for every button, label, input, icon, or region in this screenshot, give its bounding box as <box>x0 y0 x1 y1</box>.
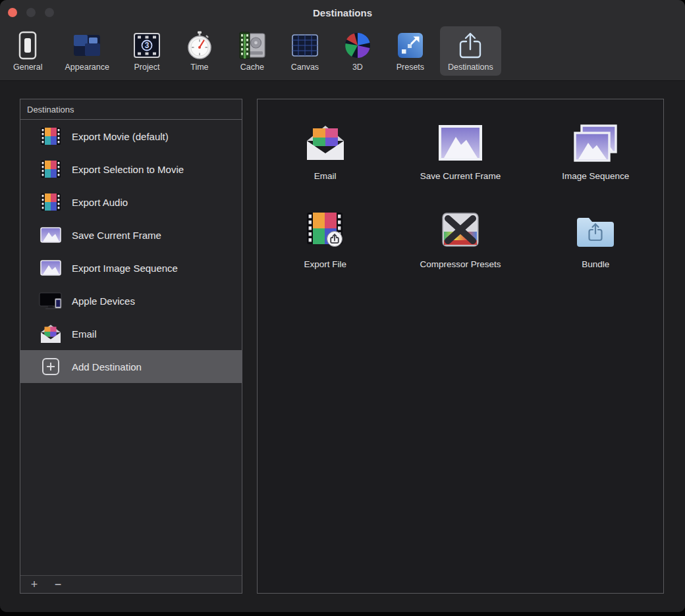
destination-types-panel: Email Save Current Frame <box>257 99 664 594</box>
svg-text:3: 3 <box>145 41 150 50</box>
toolbar-item-presets[interactable]: Presets <box>387 26 433 76</box>
folder-share-icon <box>573 197 618 251</box>
photo-frame-icon <box>438 109 483 163</box>
window-title: Destinations <box>0 0 685 26</box>
envelope-icon <box>39 322 63 346</box>
film-share-icon <box>303 197 348 251</box>
photo-stack-icon <box>573 109 618 163</box>
sidebar-footer: + − <box>20 575 242 593</box>
destination-types-grid: Email Save Current Frame <box>258 99 663 285</box>
sidebar-item-label: Apple Devices <box>72 295 135 307</box>
sidebar-item-export-selection[interactable]: Export Selection to Movie <box>20 153 242 186</box>
add-destination-button[interactable]: + <box>28 578 40 591</box>
sidebar-header: Destinations <box>20 99 242 120</box>
sidebar-item-label: Add Destination <box>72 361 142 372</box>
toolbar-item-label: General <box>13 63 42 72</box>
sidebar-item-export-audio[interactable]: Export Audio <box>20 186 242 218</box>
toolbar-item-label: Cache <box>240 63 264 72</box>
email-icon <box>303 109 348 163</box>
destination-type-email[interactable]: Email <box>258 109 393 197</box>
toolbar-item-destinations[interactable]: Destinations <box>440 26 501 76</box>
destination-type-export-file[interactable]: Export File <box>258 197 393 285</box>
preferences-toolbar: General Appearance <box>0 25 685 81</box>
general-icon <box>16 30 39 61</box>
window-controls <box>8 8 54 17</box>
appearance-icon <box>72 30 102 61</box>
content-area: Destinations Export Movie (default) <box>0 82 685 612</box>
compressor-icon <box>438 197 483 251</box>
minimize-button <box>26 8 36 17</box>
photo-icon <box>39 256 63 280</box>
toolbar-item-appearance[interactable]: Appearance <box>57 26 117 76</box>
cache-icon <box>237 30 267 61</box>
film-icon <box>39 124 63 148</box>
add-box-icon <box>39 355 63 378</box>
monitor-icon <box>39 289 63 313</box>
film-icon <box>39 157 63 181</box>
sidebar-item-apple-devices[interactable]: Apple Devices <box>20 284 242 317</box>
destination-type-label: Image Sequence <box>562 171 629 181</box>
time-icon <box>184 30 215 61</box>
sidebar-item-add-destination[interactable]: Add Destination <box>20 350 242 383</box>
preferences-window: Destinations General Appearance <box>0 0 685 612</box>
titlebar: Destinations <box>0 0 685 25</box>
destination-type-label: Bundle <box>582 259 609 269</box>
project-icon: 3 <box>132 30 162 61</box>
sidebar-item-label: Email <box>72 328 97 340</box>
destination-type-label: Export File <box>304 259 346 269</box>
canvas-icon <box>290 30 320 61</box>
toolbar-item-label: Destinations <box>448 63 493 72</box>
film-icon <box>39 190 63 214</box>
sidebar-item-label: Export Audio <box>72 197 128 208</box>
toolbar-item-label: Time <box>190 63 208 72</box>
toolbar-item-cache[interactable]: Cache <box>229 26 275 76</box>
toolbar-item-time[interactable]: Time <box>177 26 223 76</box>
toolbar-item-label: Appearance <box>65 63 109 72</box>
destination-type-label: Compressor Presets <box>420 259 501 269</box>
sidebar-item-export-movie[interactable]: Export Movie (default) <box>20 120 242 153</box>
toolbar-item-general[interactable]: General <box>5 26 50 76</box>
photo-icon <box>39 223 63 247</box>
close-button[interactable] <box>8 8 17 17</box>
toolbar-item-project[interactable]: 3 Project <box>124 26 170 76</box>
toolbar-item-label: 3D <box>352 63 363 72</box>
toolbar-item-label: Project <box>134 63 159 72</box>
destination-type-label: Email <box>314 171 337 181</box>
toolbar-item-3d[interactable]: 3D <box>335 26 381 76</box>
3d-icon <box>342 30 373 61</box>
toolbar-item-label: Canvas <box>291 63 319 72</box>
destination-type-image-sequence[interactable]: Image Sequence <box>528 109 663 197</box>
toolbar-item-label: Presets <box>397 63 424 72</box>
sidebar-item-label: Export Image Sequence <box>72 263 178 274</box>
sidebar-item-label: Export Selection to Movie <box>72 164 184 175</box>
sidebar-empty-area <box>20 383 242 575</box>
remove-destination-button[interactable]: − <box>52 578 64 591</box>
destination-type-save-current-frame[interactable]: Save Current Frame <box>393 109 528 197</box>
zoom-button <box>45 8 54 17</box>
toolbar-item-canvas[interactable]: Canvas <box>282 26 328 76</box>
destination-type-bundle[interactable]: Bundle <box>528 197 663 285</box>
destination-type-compressor-presets[interactable]: Compressor Presets <box>393 197 528 285</box>
destinations-share-icon <box>455 30 485 61</box>
sidebar-item-export-image-sequence[interactable]: Export Image Sequence <box>20 251 242 284</box>
destinations-sidebar: Destinations Export Movie (default) <box>20 99 242 594</box>
sidebar-item-label: Export Movie (default) <box>72 131 169 142</box>
sidebar-item-label: Save Current Frame <box>72 230 161 241</box>
sidebar-item-email[interactable]: Email <box>20 317 242 350</box>
sidebar-item-save-current-frame[interactable]: Save Current Frame <box>20 218 242 251</box>
presets-icon <box>395 30 425 61</box>
destination-type-label: Save Current Frame <box>420 171 501 181</box>
